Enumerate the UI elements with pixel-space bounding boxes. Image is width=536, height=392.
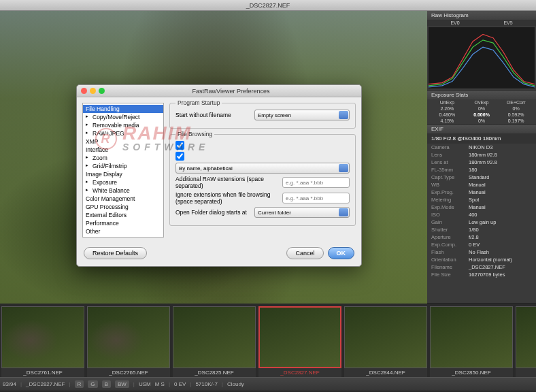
tree-item[interactable]: File Handling [83,105,163,113]
thumbnail[interactable]: _DSC2765.NEF [87,306,170,377]
tree-item[interactable]: Image Display [83,170,163,178]
exif-row: FL-35mm180 [427,166,536,174]
thumbnail[interactable]: _DSC2761.NEF [1,306,84,377]
tree-item[interactable]: GPU Processing [83,203,163,211]
exif-row: Exp.Prog.Manual [427,189,536,196]
startup-label: Start without filename [175,112,250,118]
close-icon[interactable] [81,88,87,94]
tree-item[interactable]: Other [83,227,163,235]
browsing-chk2[interactable] [175,152,184,161]
minimize-icon[interactable] [90,88,96,94]
thumbnail[interactable]: _DSC2878.NEF [516,306,536,377]
exif-row: ISO400 [427,211,536,218]
dialog-titlebar[interactable]: FastRawViewer Preferences [77,85,361,97]
tree-item[interactable]: Performance [83,219,163,227]
browsing-chk1[interactable] [175,141,184,150]
filmstrip[interactable]: _DSC2761.NEF_DSC2765.NEF_DSC2825.NEF_DSC… [0,304,536,377]
startup-select[interactable]: Empty screen [254,110,350,120]
tree-item[interactable]: ▸Grid/Filmstrip [83,162,163,170]
tree-item[interactable]: Color Management [83,195,163,203]
channel-b[interactable]: B [102,380,111,388]
tree-item[interactable]: ▸Copy/Move/Reject [83,113,163,121]
window-title: _DSC2827.NEF [246,2,290,9]
ignore-ext-input[interactable] [282,193,350,203]
exif-summary: 1/80 F/2.8 @ISO400 180mm [427,133,536,144]
tree-item[interactable]: XMP [83,137,163,146]
preferences-tree[interactable]: File Handling▸Copy/Move/Reject▸Removable… [82,103,164,238]
exif-row: Capt.TypeStandard [427,174,536,181]
counter: 83/94 [3,381,16,387]
exif-row: OrientationHorizontal (normal) [427,256,536,263]
wb-label[interactable]: Cloudy [227,381,244,387]
exif-row: Shutter1/80 [427,226,536,233]
dialog-title: FastRawViewer Preferences [105,88,357,95]
exif-row: Exp.ModeManual [427,203,536,211]
thumbnail-label: _DSC2844.NEF [344,368,427,377]
tree-item[interactable]: ▸White Balance [83,186,163,195]
additional-ext-input[interactable] [282,177,350,188]
exif-row: WBManual [427,181,536,189]
thumbnail[interactable]: _DSC2844.NEF [344,306,427,377]
thumbnail[interactable]: _DSC2825.NEF [173,306,256,377]
histogram-header[interactable]: Raw Histogram [427,11,536,20]
tree-item[interactable]: Interface [83,146,163,154]
maximize-icon[interactable] [99,88,105,94]
exif-row: CameraNIKON D3 [427,144,536,151]
statusbar: 83/94 | _DSC2827.NEF | R G B BW | USM M … [0,377,536,391]
histogram [429,27,535,88]
sort-select[interactable]: By name, alphabetical [175,163,350,174]
tree-item[interactable]: ▸RAW+JPEG [83,129,163,137]
tree-item[interactable]: ▸Exposure [83,178,163,186]
tree-item[interactable]: ▸Zoom [83,154,163,162]
restore-defaults-button[interactable]: Restore Defaults [84,247,147,259]
exif-header[interactable]: EXIF [427,125,536,133]
open-folder-select[interactable]: Current folder [254,207,350,218]
exif-row: MeteringSpot [427,196,536,203]
exif-row: FlashNo Flash [427,248,536,256]
exif-row: File Size16270769 bytes [427,271,536,278]
preferences-dialog: FastRawViewer Preferences File Handling▸… [76,84,362,267]
channel-g[interactable]: G [88,380,97,388]
cancel-button[interactable]: Cancel [286,247,323,259]
exif-row: GainLow gain up [427,218,536,226]
thumbnail-label: _DSC2827.NEF [258,368,341,377]
status-filename: _DSC2827.NEF [26,381,65,387]
thumbnail-label: _DSC2825.NEF [173,368,256,377]
ok-button[interactable]: OK [328,247,355,259]
channel-bw[interactable]: BW [115,380,129,388]
ev-label[interactable]: 0 EV [174,381,186,387]
exif-row: Lens at180mm f/2.8 [427,159,536,166]
temp-label[interactable]: 5710K/-7 [195,381,217,387]
window-titlebar: _DSC2827.NEF [0,0,536,11]
side-panel: Raw Histogram EV0 EV5 Exposure Stats UnE… [427,11,536,304]
channel-r[interactable]: R [75,380,84,388]
exif-row: Exp.Comp.0 EV [427,241,536,248]
thumbnail-label: _DSC2761.NEF [1,368,84,377]
exif-row: Aperturef/2.8 [427,233,536,241]
usm-label[interactable]: USM [139,381,151,387]
thumbnail-label: _DSC2878.NEF [516,368,536,377]
exposure-stats-header[interactable]: Exposure Stats [427,91,536,99]
thumbnail[interactable]: _DSC2827.NEF [258,306,341,377]
tree-item[interactable]: External Editors [83,211,163,219]
thumbnail-label: _DSC2765.NEF [87,368,170,377]
tree-item[interactable]: ▸Removable media [83,121,163,129]
exif-row: Filename_DSC2827.NEF [427,263,536,271]
exif-row: Lens180mm f/2.8 [427,151,536,159]
thumbnail-label: _DSC2850.NEF [430,368,513,377]
thumbnail[interactable]: _DSC2850.NEF [430,306,513,377]
